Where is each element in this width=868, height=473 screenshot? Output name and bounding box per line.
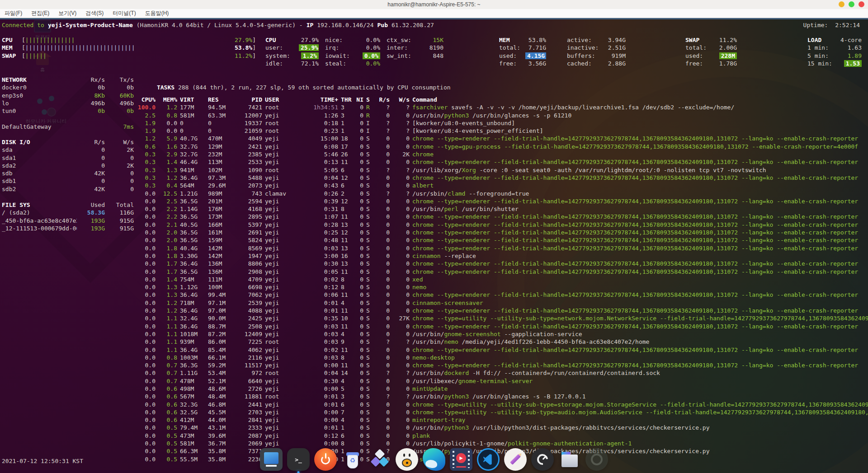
process-cell: 0 [355, 182, 363, 189]
process-cell: 972 [235, 369, 262, 377]
process-col-header: R/s [376, 96, 390, 103]
close-button[interactable] [859, 1, 864, 7]
ip-label: IP [307, 21, 314, 29]
menu-item[interactable]: 보기(V) [58, 9, 76, 17]
command-segment: chrome --type=renderer --field-trial-han… [412, 198, 858, 205]
session-power-dock-icon[interactable] [314, 448, 337, 471]
swap-block-row: SWAP11.2% [685, 36, 737, 44]
swap-block-cell: free: [685, 60, 711, 67]
process-cell: 40.7G [180, 135, 205, 142]
process-cell: S [366, 314, 373, 322]
process-cell: 46.4G [180, 158, 205, 166]
load-block-cell: 4-core [835, 36, 862, 44]
process-cell: S [366, 377, 373, 385]
process-cell: 0.5 [158, 432, 177, 440]
process-row: 100.01.2177M94.5M7421root1h34:5130R??fsa… [136, 103, 868, 111]
process-cell: 0 [392, 252, 410, 260]
disk-panel-value: 0 [77, 154, 105, 162]
process-cell: 2069 [235, 440, 262, 447]
process-cell: 0 [392, 323, 410, 330]
process-command: [kworker/u8:4-events_power_efficient] [412, 127, 868, 135]
package-cubes-dock-icon[interactable] [368, 448, 391, 471]
command-segment: chrome --type=renderer --field-trial-han… [412, 221, 858, 228]
swap-block-cell: total: [685, 44, 711, 52]
process-cell: yeji [265, 229, 294, 236]
file-manager-dock-icon[interactable] [558, 448, 581, 471]
drawing-editor-dock-icon[interactable] [504, 448, 527, 471]
terminal-dock-icon[interactable]: >_ [287, 448, 310, 471]
gauge-percent: 27.9% [229, 36, 252, 44]
mem-block-value: free: [499, 60, 517, 67]
swap-block-value: 2.00G [719, 44, 737, 51]
process-cell: ? [376, 127, 390, 135]
menu-item[interactable]: 도움말(H) [145, 9, 169, 17]
process-cell: 0 [376, 143, 390, 150]
terminal[interactable]: Connected to yeji-System-Product-Name (H… [0, 18, 868, 473]
process-cell: 0:01 [297, 393, 338, 400]
process-cell: 0:05 [297, 268, 338, 276]
menu-item[interactable]: 파일(F) [5, 9, 22, 17]
menu-item[interactable]: 터미널(T) [113, 9, 136, 17]
process-cell: 0:28 [297, 221, 338, 229]
process-cell: 0.3 [136, 182, 156, 189]
net-panel-value: 0b [105, 107, 134, 115]
process-cell: S [366, 369, 373, 377]
process-cell: 201M [208, 197, 232, 205]
background-app-dock-icon[interactable] [585, 448, 608, 471]
process-cell: 0 [355, 314, 363, 322]
mem-block-value: used: [499, 52, 517, 59]
process-row: 0.01.736.4G136M8806yeji0:30130S00chrome … [136, 260, 868, 267]
process-cell: 0.0 [136, 190, 156, 197]
process-row: 2.50.8581M63.3M12007yeji1:2630R00/usr/bi… [136, 112, 868, 119]
command-segment: chrome --type=renderer --field-trial-han… [412, 347, 858, 353]
disk-panel-row: sda02K [2, 146, 134, 154]
process-command: chrome --type=renderer --field-trial-han… [412, 174, 868, 182]
load-block-cell: 1.53 [835, 60, 862, 67]
command-segment: chrome --type=renderer --field-trial-han… [412, 307, 858, 314]
mem-block-value: cached: [567, 60, 592, 67]
process-cell: 4088 [235, 307, 262, 314]
command-segment: Xorg [462, 167, 476, 173]
process-command: chrome --type=utility --utility-sub-type… [412, 401, 868, 408]
load-block-cell: 1.63 [835, 44, 862, 52]
process-cell: 86.0M [208, 338, 232, 346]
video-editor-dock-icon[interactable]: ▶ [450, 448, 472, 471]
maximize-button[interactable] [849, 1, 854, 7]
command-segment: plank [412, 432, 430, 439]
process-cell: 32.7G [180, 143, 205, 150]
process-cell: 3 [341, 103, 353, 111]
process-cell: 1.2 [158, 299, 177, 307]
process-cell: 48.6M [208, 385, 232, 393]
process-cell: 40.4G [180, 244, 205, 252]
process-cell: 2236 [235, 455, 262, 463]
process-cell: 0 [392, 307, 410, 314]
system-gauge-app-dock-icon[interactable] [531, 448, 554, 471]
hamonikr-penguin-app-dock-icon[interactable] [396, 448, 418, 471]
command-segment: /usr/sbin/ [412, 190, 448, 197]
process-cell: 36.3G [180, 361, 205, 369]
gauge-percent: 11.2% [229, 52, 252, 60]
process-cell: 2533 [235, 158, 262, 166]
minimize-button[interactable] [839, 1, 844, 7]
vscode-dock-icon[interactable] [477, 448, 500, 471]
process-cell: 2.9 [158, 150, 177, 158]
process-cell: 8 [341, 276, 353, 283]
net-panel-value: 0b [77, 84, 105, 91]
command-segment: chrome --type=renderer --field-trial-han… [412, 237, 858, 244]
trash-dock-icon[interactable]: ♻ [341, 448, 364, 471]
network-panel: NETWORKRx/sTx/sdocker00b0benp3s08Kb60Kbl… [2, 76, 134, 131]
process-cell: 36.4G [180, 291, 205, 299]
titlebar[interactable]: hamonikr@hamonikr-Aspire-E5-575: ~ [0, 0, 868, 9]
command-segment: mintreport-tray [412, 417, 465, 423]
command-segment: chrome --type=renderer --field-trial-han… [412, 174, 858, 181]
public-ip: 61.32.208.27 [392, 21, 434, 29]
process-cell: ? [392, 190, 410, 197]
menu-item[interactable]: 검색(S) [85, 9, 104, 17]
command-segment: nemo [444, 338, 458, 345]
process-row: 0.00.71.11G53.4M972root0:04140S??/usr/bi… [136, 369, 868, 377]
process-cell: 11 [341, 268, 353, 276]
display-settings-dock-icon[interactable] [260, 448, 283, 471]
menu-item[interactable]: 편집(E) [31, 9, 49, 17]
whale-browser-dock-icon[interactable] [423, 448, 445, 471]
command-segment: cinnamon [412, 253, 441, 259]
